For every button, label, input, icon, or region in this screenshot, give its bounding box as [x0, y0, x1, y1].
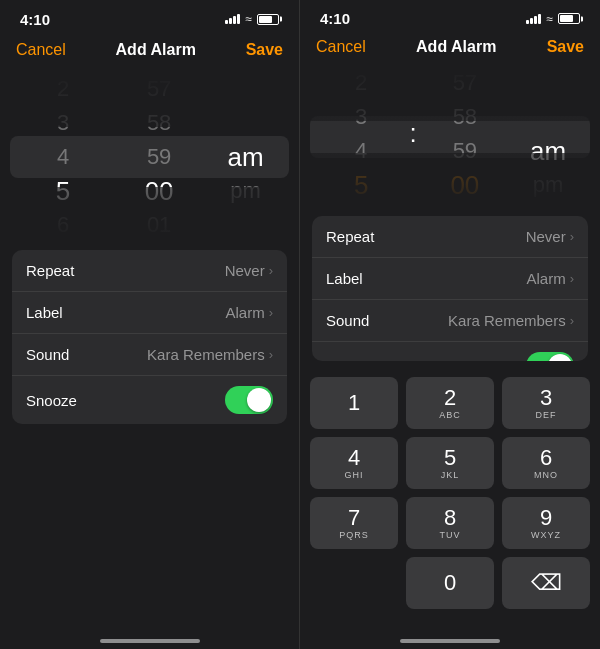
key-2-letters: ABC: [439, 410, 461, 420]
spacer-left: [0, 432, 299, 621]
numpad-row-3: 7 PQRS 8 TUV 9 WXYZ: [310, 497, 590, 549]
home-indicator-left: [0, 621, 299, 649]
picker-highlight-right: [310, 116, 590, 158]
signal-icon-right: [526, 14, 541, 24]
status-icons-left: ≈: [225, 12, 279, 26]
numpad-row-2: 4 GHI 5 JKL 6 MNO: [310, 437, 590, 489]
label-label-left: Label: [26, 304, 63, 321]
sound-row-left[interactable]: Sound Kara Remembers ›: [12, 334, 287, 376]
key-2[interactable]: 2 ABC: [406, 377, 494, 429]
label-row-left[interactable]: Label Alarm ›: [12, 292, 287, 334]
sound-value-right: Kara Remembers ›: [448, 312, 574, 329]
key-8-letters: TUV: [440, 530, 461, 540]
status-bar-left: 4:10 ≈: [0, 0, 299, 32]
key-backspace[interactable]: ⌫: [502, 557, 590, 609]
cancel-button-left[interactable]: Cancel: [16, 41, 66, 59]
snooze-toggle-right[interactable]: [526, 352, 574, 361]
minute-item: 01: [111, 208, 207, 242]
key-6[interactable]: 6 MNO: [502, 437, 590, 489]
snooze-toggle-left[interactable]: [225, 386, 273, 414]
chevron-icon: ›: [269, 263, 273, 278]
time-picker-left[interactable]: 2 3 4 5 6 7 8 57 58 59 00 01 02 03 am: [0, 72, 299, 242]
key-8[interactable]: 8 TUV: [406, 497, 494, 549]
key-1[interactable]: 1: [310, 377, 398, 429]
repeat-row-right[interactable]: Repeat Never ›: [312, 216, 588, 258]
status-icons-right: ≈: [526, 12, 580, 26]
snooze-row-left[interactable]: Snooze: [12, 376, 287, 424]
status-time-right: 4:10: [320, 10, 350, 27]
key-6-letters: MNO: [534, 470, 558, 480]
minute-selected: 00: [419, 168, 511, 202]
repeat-label-right: Repeat: [326, 228, 374, 245]
chevron-icon: ›: [269, 305, 273, 320]
chevron-icon: ›: [570, 271, 574, 286]
save-button-left[interactable]: Save: [246, 41, 283, 59]
save-button-right[interactable]: Save: [547, 38, 584, 56]
sound-label-right: Sound: [326, 312, 369, 329]
numpad-row-4: 0 ⌫: [310, 557, 590, 609]
repeat-value-left: Never ›: [225, 262, 273, 279]
time-picker-right[interactable]: 2 3 4 5 6 7 8 : 57 58 59 00 01 02 03: [300, 66, 600, 208]
hour-item: 6: [15, 208, 111, 242]
key-4-num: 4: [348, 446, 360, 470]
key-3-num: 3: [540, 386, 552, 410]
hour-item: 6: [315, 202, 407, 208]
key-7[interactable]: 7 PQRS: [310, 497, 398, 549]
repeat-row-left[interactable]: Repeat Never ›: [12, 250, 287, 292]
key-9[interactable]: 9 WXYZ: [502, 497, 590, 549]
ampm-item-pm: pm: [207, 174, 284, 208]
repeat-value-right: Never ›: [526, 228, 574, 245]
key-9-num: 9: [540, 506, 552, 530]
status-bar-right: 4:10 ≈: [300, 0, 600, 31]
toggle-knob-right: [548, 354, 572, 361]
key-4-letters: GHI: [344, 470, 363, 480]
repeat-label-left: Repeat: [26, 262, 74, 279]
key-7-num: 7: [348, 506, 360, 530]
status-time-left: 4:10: [20, 11, 50, 28]
minute-item: 01: [419, 202, 511, 208]
battery-icon-left: [257, 14, 279, 25]
label-label-right: Label: [326, 270, 363, 287]
minute-selected: 00: [111, 174, 207, 208]
cancel-button-right[interactable]: Cancel: [316, 38, 366, 56]
key-4[interactable]: 4 GHI: [310, 437, 398, 489]
settings-section-left: Repeat Never › Label Alarm › Sound Kara …: [12, 250, 287, 424]
snooze-row-right[interactable]: Snooze: [312, 342, 588, 361]
snooze-label-left: Snooze: [26, 392, 77, 409]
chevron-icon: ›: [269, 347, 273, 362]
key-0[interactable]: 0: [406, 557, 494, 609]
battery-icon-right: [558, 13, 580, 24]
snooze-label-right: Snooze: [326, 357, 377, 360]
settings-section-right: Repeat Never › Label Alarm › Sound Kara …: [312, 216, 588, 361]
key-1-num: 1: [348, 391, 360, 415]
key-3[interactable]: 3 DEF: [502, 377, 590, 429]
right-phone-screen: 4:10 ≈ Cancel Add Alarm Save 2: [300, 0, 600, 649]
picker-highlight-left: [10, 136, 289, 178]
key-2-num: 2: [444, 386, 456, 410]
sound-row-right[interactable]: Sound Kara Remembers ›: [312, 300, 588, 342]
key-7-letters: PQRS: [339, 530, 369, 540]
minute-item: 57: [111, 72, 207, 106]
nav-bar-left: Cancel Add Alarm Save: [0, 32, 299, 72]
key-9-letters: WXYZ: [531, 530, 561, 540]
key-5-letters: JKL: [441, 470, 460, 480]
sound-label-left: Sound: [26, 346, 69, 363]
wifi-icon-left: ≈: [245, 12, 252, 26]
key-0-num: 0: [444, 571, 456, 595]
ampm-item-pm: pm: [511, 168, 585, 202]
signal-icon-left: [225, 14, 240, 24]
hour-selected: 5: [315, 168, 407, 202]
chevron-icon: ›: [570, 313, 574, 328]
wifi-icon-right: ≈: [546, 12, 553, 26]
label-value-right: Alarm ›: [526, 270, 574, 287]
page-title-right: Add Alarm: [416, 38, 496, 56]
home-bar-left: [100, 639, 200, 643]
key-6-num: 6: [540, 446, 552, 470]
sound-value-left: Kara Remembers ›: [147, 346, 273, 363]
home-bar-right: [400, 639, 500, 643]
key-empty: [310, 557, 398, 609]
label-row-right[interactable]: Label Alarm ›: [312, 258, 588, 300]
key-5[interactable]: 5 JKL: [406, 437, 494, 489]
nav-bar-right: Cancel Add Alarm Save: [300, 31, 600, 66]
page-title-left: Add Alarm: [116, 41, 196, 59]
